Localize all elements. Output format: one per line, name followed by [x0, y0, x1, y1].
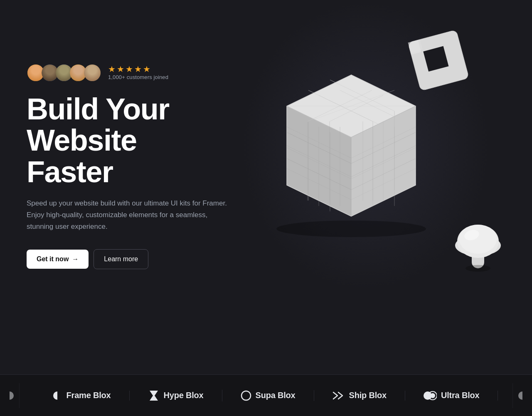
hero-illustration: [249, 21, 524, 312]
svg-point-47: [466, 265, 490, 272]
ultra-blox-icon: [424, 391, 437, 401]
ship-blox-icon: [332, 391, 345, 401]
hero-section: ★ ★ ★ ★ ★ 1,000+ customers joined Build …: [0, 0, 532, 333]
brand-item-hype-blox: Hype Blox: [130, 390, 222, 401]
brand-name-supa-blox: Supa Blox: [256, 391, 296, 400]
brand-edge-right: [512, 383, 532, 408]
rating-block: ★ ★ ★ ★ ★ 1,000+ customers joined: [108, 65, 168, 80]
star-icon: ★: [108, 65, 116, 73]
brand-item-ship-blox: Ship Blox: [314, 391, 405, 401]
avatar-group: [27, 64, 97, 82]
customers-count: 1,000+ customers joined: [108, 74, 168, 80]
cta-buttons: Get it now → Learn more: [27, 249, 268, 269]
svg-marker-48: [150, 391, 158, 401]
star-rating: ★ ★ ★ ★ ★: [108, 65, 168, 73]
avatar: [83, 64, 101, 82]
hero-title: Build Your Website Faster: [27, 94, 268, 188]
brand-edge-left: [0, 383, 20, 408]
brand-name-hype-blox: Hype Blox: [164, 391, 204, 400]
hero-visual: [241, 0, 532, 333]
brand-item-ultra-blox: Ultra Blox: [405, 391, 498, 401]
partial-icon: [518, 391, 527, 400]
brand-name-ultra-blox: Ultra Blox: [441, 391, 479, 400]
star-icon: ★: [126, 65, 133, 73]
star-icon: ★: [117, 65, 124, 73]
hero-content-left: ★ ★ ★ ★ ★ 1,000+ customers joined Build …: [27, 64, 268, 270]
svg-point-52: [430, 393, 435, 398]
star-icon: ★: [134, 65, 142, 73]
star-icon: ★: [143, 65, 150, 73]
supa-blox-icon: [241, 390, 251, 401]
frame-blox-icon: [52, 391, 62, 401]
arrow-icon: →: [72, 255, 79, 263]
social-proof: ★ ★ ★ ★ ★ 1,000+ customers joined: [27, 64, 268, 82]
hype-blox-icon: [148, 390, 160, 401]
svg-point-45: [459, 225, 497, 254]
brand-name-ship-blox: Ship Blox: [349, 391, 387, 400]
partial-icon: [5, 391, 14, 400]
get-it-now-button[interactable]: Get it now →: [27, 250, 89, 269]
brand-name-frame-blox: Frame Blox: [66, 391, 111, 400]
hero-subtitle: Speed up your website build with our ult…: [27, 198, 234, 233]
svg-point-41: [276, 220, 426, 237]
svg-point-49: [241, 391, 251, 400]
learn-more-button[interactable]: Learn more: [94, 249, 148, 269]
brand-item-supa-blox: Supa Blox: [222, 390, 314, 401]
brand-item-frame-blox: Frame Blox: [34, 391, 130, 401]
brand-bar: Frame Blox Hype Blox Supa Blox S: [0, 374, 532, 416]
